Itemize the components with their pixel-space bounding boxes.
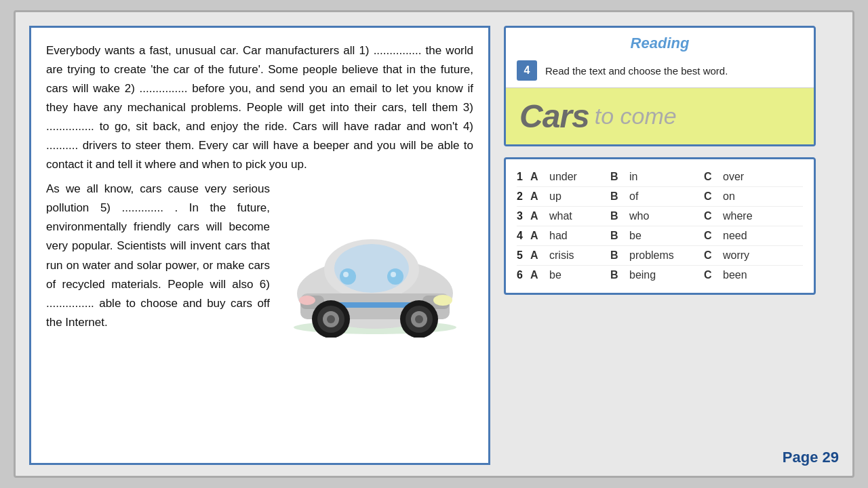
- option-c-word: been: [723, 269, 784, 281]
- text-left-col: As we all know, cars cause very serious …: [46, 180, 270, 337]
- car-illustration: [277, 195, 473, 338]
- page-container: Everybody wants a fast, unusual car. Car…: [14, 10, 854, 478]
- row-number: 1: [517, 171, 530, 183]
- option-c-word: over: [723, 171, 784, 183]
- svg-point-3: [334, 244, 409, 293]
- option-b-word: in: [629, 171, 704, 183]
- option-c-letter: C: [704, 269, 723, 281]
- option-b-word: be: [629, 230, 704, 242]
- option-b-letter: B: [610, 249, 629, 262]
- reading-instruction-row: 4 Read the text and choose the best word…: [506, 56, 814, 87]
- table-row: 5 A crisis B problems C worry: [517, 246, 803, 266]
- option-a-letter: A: [530, 190, 549, 203]
- option-a-word: under: [549, 171, 610, 183]
- option-a-letter: A: [530, 171, 549, 183]
- banner-to-come: to come: [595, 103, 677, 129]
- option-b-letter: B: [610, 210, 629, 222]
- left-panel: Everybody wants a fast, unusual car. Car…: [29, 26, 490, 465]
- option-c-letter: C: [704, 249, 723, 262]
- svg-point-11: [391, 272, 396, 277]
- right-panel: Reading 4 Read the text and choose the b…: [504, 26, 816, 295]
- option-b-word: being: [629, 269, 704, 281]
- option-b-letter: B: [610, 230, 629, 242]
- row-number: 3: [517, 210, 530, 222]
- option-c-word: worry: [723, 249, 784, 262]
- svg-point-21: [327, 315, 335, 323]
- option-a-letter: A: [530, 210, 549, 222]
- instruction-badge: 4: [517, 60, 537, 81]
- row-number: 5: [517, 249, 530, 262]
- option-c-letter: C: [704, 230, 723, 242]
- page-number: Page 29: [783, 449, 839, 466]
- table-row: 2 A up B of C on: [517, 187, 803, 207]
- text-with-car: As we all know, cars cause very serious …: [46, 180, 473, 337]
- option-c-word: need: [723, 230, 784, 242]
- option-c-word: where: [723, 210, 784, 222]
- option-c-letter: C: [704, 190, 723, 203]
- word-choice-table: 1 A under B in C over 2 A up B of C on 3…: [504, 157, 816, 295]
- table-row: 4 A had B be C need: [517, 226, 803, 246]
- option-b-word: problems: [629, 249, 704, 262]
- option-a-letter: A: [530, 230, 549, 242]
- svg-point-17: [415, 315, 423, 323]
- row-number: 2: [517, 190, 530, 203]
- svg-point-9: [343, 272, 349, 277]
- paragraph-2-partial: As we all know, cars cause very serious …: [46, 180, 270, 331]
- table-row: 1 A under B in C over: [517, 167, 803, 187]
- option-a-word: had: [549, 230, 610, 242]
- option-c-word: on: [723, 190, 784, 203]
- row-number: 6: [517, 269, 530, 281]
- option-a-word: be: [549, 269, 610, 281]
- option-c-letter: C: [704, 171, 723, 183]
- option-a-word: what: [549, 210, 610, 222]
- table-row: 3 A what B who C where: [517, 207, 803, 226]
- option-c-letter: C: [704, 210, 723, 222]
- option-b-letter: B: [610, 269, 629, 281]
- reading-header: Reading 4 Read the text and choose the b…: [504, 26, 816, 146]
- option-b-word: of: [629, 190, 704, 203]
- option-a-word: up: [549, 190, 610, 203]
- option-a-word: crisis: [549, 249, 610, 262]
- option-b-letter: B: [610, 171, 629, 183]
- instruction-text: Read the text and choose the best word.: [545, 65, 728, 77]
- banner-cars: Cars: [519, 98, 589, 135]
- row-number: 4: [517, 230, 530, 242]
- option-b-word: who: [629, 210, 704, 222]
- option-a-letter: A: [530, 249, 549, 262]
- table-row: 6 A be B being C been: [517, 266, 803, 285]
- reading-text: Everybody wants a fast, unusual car. Car…: [46, 41, 473, 338]
- paragraph-1: Everybody wants a fast, unusual car. Car…: [46, 41, 473, 174]
- option-a-letter: A: [530, 269, 549, 281]
- svg-point-12: [433, 295, 452, 306]
- cars-banner: Cars to come: [506, 87, 814, 144]
- svg-point-10: [387, 268, 403, 285]
- svg-point-13: [299, 296, 315, 305]
- option-b-letter: B: [610, 190, 629, 203]
- svg-point-8: [340, 268, 356, 285]
- reading-section-title: Reading: [506, 28, 814, 56]
